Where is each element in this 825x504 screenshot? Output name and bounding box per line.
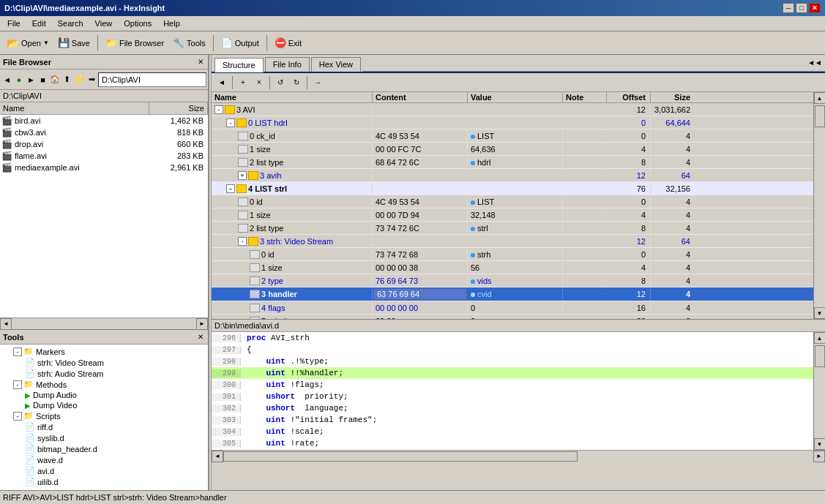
row-avi[interactable]: - 3 AVI 12 3,031,662 (212, 103, 813, 116)
row-id3[interactable]: 0 id 73 74 72 68 strh 0 4 (212, 248, 813, 261)
file-drop[interactable]: 🎬 drop.avi 660 KB (0, 138, 208, 150)
expand-scripts[interactable]: - (13, 412, 22, 421)
row-strh[interactable]: - 3 strh: Video Stream 12 64 (212, 235, 813, 248)
struct-btn-add[interactable]: + (236, 75, 250, 90)
row-listtype2[interactable]: 2 list type 73 74 72 6C strl 8 4 (212, 222, 813, 235)
col-header-content[interactable]: Content (373, 92, 468, 102)
fb-green-btn[interactable]: ● (13, 72, 24, 88)
fb-favorites-button[interactable]: ⭐ (74, 72, 86, 88)
file-bird[interactable]: 🎬 bird.avi 1,462 KB (0, 115, 208, 127)
struct-btn-arrow[interactable]: → (310, 75, 325, 90)
file-mediaexample[interactable]: 🎬 mediaexample.avi 2,961 KB (0, 162, 208, 173)
fb-navigate-button[interactable]: ➡ (86, 72, 97, 88)
expand-hdrl[interactable]: - (226, 119, 235, 127)
struct-btn-redo[interactable]: ↻ (289, 75, 304, 90)
col-size-header[interactable]: Size (149, 102, 208, 114)
row-listtype1[interactable]: 2 list type 68 64 72 6C hdrl 8 4 (212, 156, 813, 169)
code-hscroll-left[interactable]: ◄ (212, 451, 223, 462)
col-name-header[interactable]: Name (0, 102, 149, 114)
menu-search[interactable]: Search (53, 18, 88, 29)
file-browser-close[interactable]: ✕ (196, 58, 205, 67)
col-header-value[interactable]: Value (468, 92, 563, 102)
row-id2[interactable]: 0 id 4C 49 53 54 LIST 0 4 (212, 195, 813, 208)
fb-path-input[interactable] (98, 72, 206, 87)
col-header-name[interactable]: Name (212, 92, 373, 102)
code-content[interactable]: 296 proc AVI_strh 297 { 298 uint .!%type… (212, 332, 813, 450)
hscroll-right-arrow[interactable]: ► (196, 318, 208, 330)
tab-hexview[interactable]: Hex View (311, 57, 361, 72)
row-size2[interactable]: 1 size 00 00 7D 94 32,148 4 4 (212, 208, 813, 222)
code-scroll-up[interactable]: ▲ (814, 332, 826, 344)
row-ckid[interactable]: 0 ck_id 4C 49 53 54 LIST 0 4 (212, 129, 813, 143)
tree-wave-d[interactable]: 📄 wave.d (1, 454, 206, 465)
struct-scroll-thumb[interactable] (815, 105, 825, 127)
fb-home-button[interactable]: 🏠 (49, 72, 61, 88)
tools-button[interactable]: 🔧 Tools (169, 34, 209, 52)
code-scroll-thumb[interactable] (815, 345, 825, 367)
tree-riff-d[interactable]: 📄 riff.d (1, 421, 206, 432)
tools-close[interactable]: ✕ (196, 333, 205, 342)
struct-btn-back[interactable]: ◄ (214, 75, 229, 90)
tree-avi-d[interactable]: 📄 avi.d (1, 465, 206, 476)
expand-methods[interactable]: - (13, 380, 22, 389)
tree-scripts[interactable]: - 📁 Scripts (1, 410, 206, 421)
col-header-size[interactable]: Size (651, 92, 695, 102)
filebrowser-button[interactable]: 📁 File Browser (102, 34, 168, 52)
code-vscroll[interactable]: ▲ ▼ (813, 332, 825, 450)
col-header-note[interactable]: Note (563, 92, 607, 102)
row-flags[interactable]: 4 flags 00 00 00 00 0 16 4 (212, 301, 813, 315)
row-size3[interactable]: 1 size 00 00 00 38 56 4 4 (212, 261, 813, 274)
tree-uilib-d[interactable]: 📄 uilib.d (1, 476, 206, 487)
row-list-hdrl[interactable]: - 0 LIST hdrl 0 64,644 (212, 116, 813, 129)
code-hscroll-thumb[interactable] (223, 451, 578, 462)
maximize-button[interactable]: □ (796, 3, 807, 13)
tab-fileinfo[interactable]: File Info (265, 57, 310, 72)
tree-markers[interactable]: - 📁 Markers (1, 346, 206, 357)
output-button[interactable]: 📄 Output (217, 34, 263, 52)
fb-back-button[interactable]: ◄ (1, 72, 12, 88)
close-button[interactable]: ✕ (809, 3, 821, 13)
struct-table-scroll[interactable]: Name Content Value Note Offset Size - (212, 92, 813, 319)
row-type[interactable]: 2 type 76 69 64 73 vids 8 4 (212, 274, 813, 287)
menu-options[interactable]: Options (119, 18, 156, 29)
row-avih[interactable]: + 3 avih 12 64 (212, 169, 813, 182)
fb-stop-button[interactable]: ■ (37, 72, 48, 88)
col-header-offset[interactable]: Offset (607, 92, 651, 102)
file-cbw3[interactable]: 🎬 cbw3.avi 818 KB (0, 127, 208, 138)
tree-audio-stream[interactable]: 📄 strh: Audio Stream (1, 368, 206, 379)
struct-scroll-down[interactable]: ▼ (814, 307, 826, 319)
file-flame[interactable]: 🎬 flame.avi 283 KB (0, 150, 208, 162)
minimize-button[interactable]: ─ (783, 3, 794, 13)
fb-hscroll[interactable]: ◄ ► (0, 317, 208, 329)
struct-scroll-up[interactable]: ▲ (814, 92, 826, 104)
row-handler[interactable]: 3 handler 63 76 69 64 cvid 12 4 (212, 287, 813, 301)
open-button[interactable]: 📂 Open ▼ (3, 34, 53, 52)
tree-dump-video[interactable]: ▶ Dump Video (1, 400, 206, 410)
expand-avih[interactable]: + (238, 171, 247, 180)
code-hscroll[interactable]: ◄ ► (212, 450, 825, 462)
code-hscroll-right[interactable]: ► (813, 451, 825, 462)
hscroll-left-arrow[interactable]: ◄ (0, 318, 12, 330)
tab-structure[interactable]: Structure (214, 58, 264, 72)
expand-strl[interactable]: - (226, 184, 235, 193)
tree-methods[interactable]: - 📁 Methods (1, 379, 206, 390)
fb-up-button[interactable]: ⬆ (61, 72, 72, 88)
menu-view[interactable]: View (91, 18, 117, 29)
panel-collapse-icon[interactable]: ◄◄ (805, 57, 825, 72)
menu-edit[interactable]: Edit (28, 18, 51, 29)
open-dropdown-icon[interactable]: ▼ (43, 40, 49, 46)
tree-syslib-d[interactable]: 📄 syslib.d (1, 432, 206, 443)
struct-btn-undo[interactable]: ↺ (273, 75, 288, 90)
menu-file[interactable]: File (3, 18, 25, 29)
row-list-strl[interactable]: - 4 LIST strl 76 32,156 (212, 182, 813, 195)
save-button[interactable]: 💾 Save (54, 34, 94, 52)
fb-forward-button[interactable]: ► (26, 72, 37, 88)
expand-markers[interactable]: - (13, 347, 22, 356)
struct-btn-remove[interactable]: × (252, 75, 266, 90)
row-size1[interactable]: 1 size 00 00 FC 7C 64,636 4 4 (212, 143, 813, 156)
menu-help[interactable]: Help (159, 18, 184, 29)
tree-video-stream[interactable]: 📄 strh: Video Stream (1, 357, 206, 368)
exit-button[interactable]: ⛔ Exit (271, 34, 305, 52)
expand-avi[interactable]: - (214, 105, 223, 114)
tree-dump-audio[interactable]: ▶ Dump Audio (1, 390, 206, 400)
